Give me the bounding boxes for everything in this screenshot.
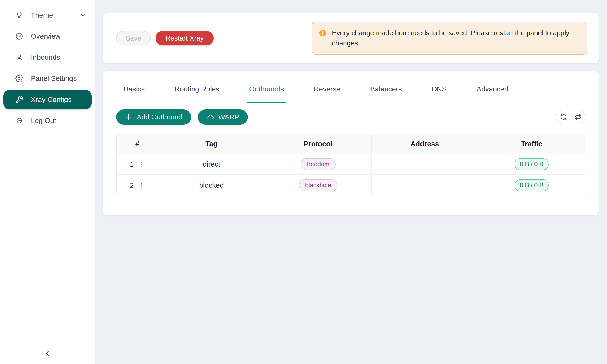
logout-icon [15,117,23,125]
sidebar-item-label: Panel Settings [31,74,77,82]
tab-outbounds[interactable]: Outbounds [249,85,284,103]
user-icon [15,53,23,61]
refresh-button-group [556,110,585,124]
xray-configs-card: Basics Routing Rules Outbounds Reverse B… [103,71,599,215]
toolbar-card: Save Restart Xray Every change made here… [103,13,599,63]
lightbulb-icon [15,11,23,19]
sidebar-item-label: Theme [31,11,53,19]
restart-xray-button[interactable]: Restart Xray [156,31,214,46]
tab-advanced[interactable]: Advanced [476,85,508,103]
sidebar-item-log-out[interactable]: Log Out [3,111,92,130]
table-row: 2 blocked blackhole 0 B / 0 B [117,175,585,196]
sidebar-item-panel-settings[interactable]: Panel Settings [3,69,92,88]
row-address [372,175,478,196]
cloud-icon [207,113,214,121]
sidebar-collapse-button[interactable] [0,349,95,358]
plus-icon [125,113,132,121]
chevron-left-icon [43,349,52,358]
wrench-icon [15,95,23,104]
sidebar-item-overview[interactable]: Overview [3,26,92,46]
row-menu-kebab-icon[interactable] [138,182,145,189]
col-header-address: Address [372,134,478,154]
add-outbound-button[interactable]: Add Outbound [116,109,191,125]
traffic-badge: 0 B / 0 B [515,179,549,191]
outbounds-actions-row: Add Outbound WARP [116,109,585,125]
sidebar-item-theme[interactable]: Theme [3,5,92,25]
sidebar-item-label: Xray Configs [31,95,72,104]
tab-balancers[interactable]: Balancers [370,85,402,103]
main-content: Save Restart Xray Every change made here… [95,0,607,215]
warp-label: WARP [218,113,239,121]
traffic-badge: 0 B / 0 B [515,158,549,170]
sidebar: Theme Overview Inbounds [0,0,95,364]
dashboard-icon [15,32,23,40]
row-tag: direct [158,154,265,175]
chevron-down-icon [80,12,86,18]
repeat-button[interactable] [571,110,585,124]
warning-icon [319,29,327,37]
outbounds-table: # Tag Protocol Address Traffic 1 [116,134,585,196]
sidebar-item-label: Overview [31,32,60,40]
col-header-tag: Tag [158,134,265,154]
restart-warning-alert: Every change made here needs to be saved… [312,22,587,54]
sidebar-item-xray-configs[interactable]: Xray Configs [3,90,92,109]
row-index: 1 [130,160,134,168]
row-menu-kebab-icon[interactable] [138,161,145,168]
sidebar-item-inbounds[interactable]: Inbounds [3,48,92,67]
col-header-protocol: Protocol [265,134,372,154]
gear-icon [15,74,23,82]
tab-reverse[interactable]: Reverse [314,85,341,103]
repeat-icon [575,114,582,121]
tab-basics[interactable]: Basics [124,85,145,103]
sync-button[interactable] [556,110,571,124]
sync-icon [560,114,567,121]
sidebar-item-label: Inbounds [31,53,60,61]
col-header-traffic: Traffic [478,134,585,154]
protocol-badge: blackhole [299,179,337,191]
tab-dns[interactable]: DNS [432,85,447,103]
table-row: 1 direct freedom 0 B / 0 B [117,154,585,175]
tab-routing-rules[interactable]: Routing Rules [174,85,219,103]
save-button[interactable]: Save [116,31,151,46]
alert-text: Every change made here needs to be saved… [332,28,571,48]
row-tag: blocked [158,175,265,196]
col-header-index: # [117,134,158,154]
sidebar-item-label: Log Out [31,117,56,125]
tab-bar: Basics Routing Rules Outbounds Reverse B… [116,71,585,103]
row-index: 2 [130,181,134,189]
row-address [372,154,478,175]
warp-button[interactable]: WARP [198,109,248,125]
add-outbound-label: Add Outbound [137,113,183,121]
table-header-row: # Tag Protocol Address Traffic [117,134,585,154]
protocol-badge: freedom [301,158,335,170]
